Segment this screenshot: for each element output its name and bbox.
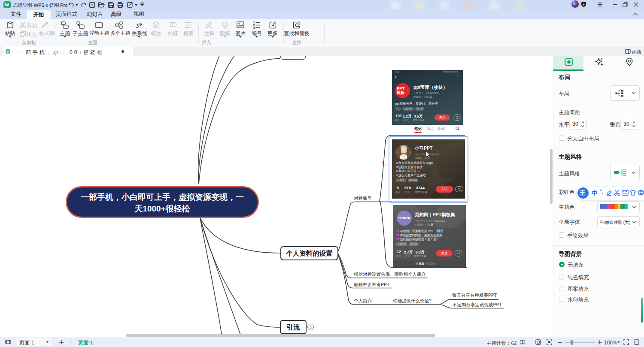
svg-text:2: 2	[310, 325, 312, 330]
